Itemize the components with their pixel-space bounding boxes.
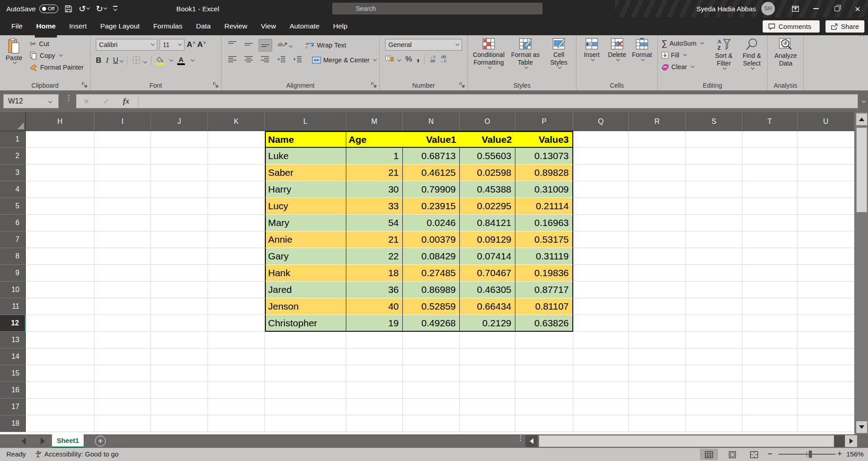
cell-U5[interactable] [797,198,854,215]
cell-L14[interactable] [265,348,346,365]
cell-I6[interactable] [94,215,151,231]
cell-N18[interactable] [403,415,460,432]
cell-I16[interactable] [94,382,151,399]
cell-R5[interactable] [629,198,686,215]
cell-M17[interactable] [346,399,403,415]
cell-I9[interactable] [94,265,151,282]
row-header-6[interactable]: 6 [0,215,26,231]
cell-Q6[interactable] [573,215,629,231]
cell-H13[interactable] [26,332,94,348]
cell-H18[interactable] [26,415,94,432]
cell-I18[interactable] [94,415,151,432]
column-header-I[interactable]: I [94,112,151,131]
cell-T1[interactable] [742,131,797,148]
cell-T18[interactable] [742,415,797,432]
cell-N6[interactable]: 0.0246 [403,215,460,231]
insert-cells-button[interactable]: Insert [580,38,604,61]
cell-M3[interactable]: 21 [346,165,403,181]
cell-N5[interactable]: 0.23915 [403,198,460,215]
cell-J16[interactable] [151,382,208,399]
cell-L3[interactable]: Saber [265,165,346,181]
cell-R17[interactable] [629,399,686,415]
cell-J2[interactable] [151,148,208,165]
cell-H17[interactable] [26,399,94,415]
minimize-button[interactable] [806,0,826,17]
cell-P5[interactable]: 0.21114 [515,198,573,215]
cell-J17[interactable] [151,399,208,415]
cell-H3[interactable] [26,165,94,181]
cell-R8[interactable] [629,248,686,265]
cell-S11[interactable] [686,298,742,315]
wrap-text-button[interactable]: abc Wrap Text [306,42,346,49]
cell-Q15[interactable] [573,365,629,382]
column-header-U[interactable]: U [797,112,854,131]
cell-R6[interactable] [629,215,686,231]
cell-T11[interactable] [742,298,797,315]
cell-R3[interactable] [629,165,686,181]
cell-P9[interactable]: 0.19836 [515,265,573,282]
cell-K15[interactable] [208,365,265,382]
cell-J18[interactable] [151,415,208,432]
column-header-T[interactable]: T [742,112,797,131]
cell-M8[interactable]: 22 [346,248,403,265]
cell-K14[interactable] [208,348,265,365]
column-header-O[interactable]: O [460,112,515,131]
decrease-indent-button[interactable] [275,54,288,66]
undo-button[interactable]: ↺ [79,4,90,14]
cell-U4[interactable] [797,181,854,198]
page-break-preview-button[interactable] [745,449,763,460]
cell-L4[interactable]: Harry [265,181,346,198]
align-left-button[interactable] [226,54,239,66]
cell-T3[interactable] [742,165,797,181]
restore-button[interactable] [826,0,847,17]
cell-N11[interactable]: 0.52859 [403,298,460,315]
cell-L17[interactable] [265,399,346,415]
cell-S18[interactable] [686,415,742,432]
column-header-P[interactable]: P [515,112,573,131]
cell-I17[interactable] [94,399,151,415]
column-header-H[interactable]: H [26,112,94,131]
cell-H14[interactable] [26,348,94,365]
cell-J1[interactable] [151,131,208,148]
cell-P13[interactable] [515,332,573,348]
accounting-format-button[interactable] [385,55,401,64]
enter-icon[interactable]: ✓ [96,97,116,106]
cell-J11[interactable] [151,298,208,315]
format-cells-button[interactable]: Format [630,38,654,61]
cell-U18[interactable] [797,415,854,432]
cell-O17[interactable] [460,399,515,415]
cell-H4[interactable] [26,181,94,198]
cell-M5[interactable]: 33 [346,198,403,215]
cell-H12[interactable] [26,315,94,332]
ribbon-tab-home[interactable]: Home [29,17,62,35]
cell-J5[interactable] [151,198,208,215]
cell-Q8[interactable] [573,248,629,265]
cell-M11[interactable]: 40 [346,298,403,315]
cell-N4[interactable]: 0.79909 [403,181,460,198]
cell-R4[interactable] [629,181,686,198]
cell-L5[interactable]: Lucy [265,198,346,215]
cell-R7[interactable] [629,231,686,248]
cell-U2[interactable] [797,148,854,165]
row-header-4[interactable]: 4 [0,181,26,198]
scroll-right-button[interactable] [845,435,857,447]
borders-dropdown-icon[interactable] [143,59,147,63]
cell-O12[interactable]: 0.2129 [460,315,515,332]
scroll-up-button[interactable] [856,113,867,125]
cell-T4[interactable] [742,181,797,198]
cell-M15[interactable] [346,365,403,382]
fill-color-dropdown-icon[interactable] [170,58,173,61]
format-as-table-button[interactable]: Format as Table [509,38,542,69]
cell-J6[interactable] [151,215,208,231]
cell-M6[interactable]: 54 [346,215,403,231]
cell-Q12[interactable] [573,315,629,332]
cell-K5[interactable] [208,198,265,215]
cell-Q13[interactable] [573,332,629,348]
cell-M16[interactable] [346,382,403,399]
cell-T15[interactable] [742,365,797,382]
column-header-J[interactable]: J [151,112,208,131]
cell-I3[interactable] [94,165,151,181]
cell-I5[interactable] [94,198,151,215]
cell-O1[interactable]: Value2 [460,131,515,148]
cell-H11[interactable] [26,298,94,315]
